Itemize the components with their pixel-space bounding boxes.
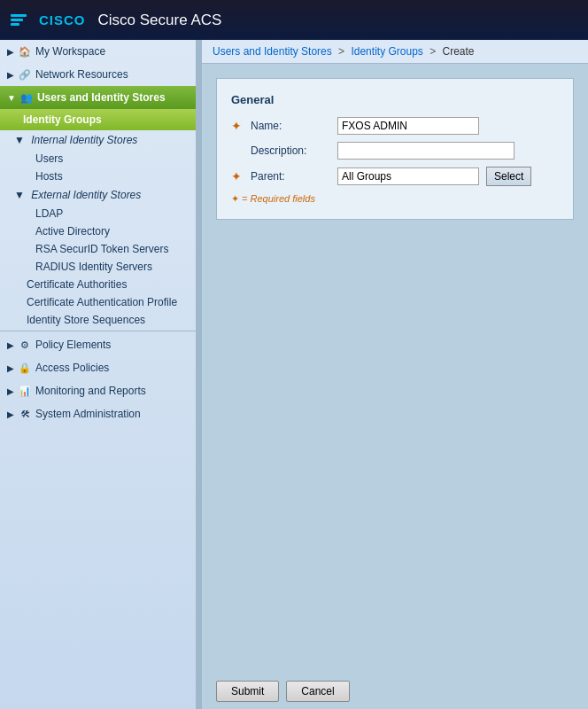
arrow-icon: ▶ [7, 363, 14, 373]
breadcrumb-create: Create [443, 45, 475, 58]
arrow-icon: ▶ [7, 47, 14, 57]
parent-label: Parent: [251, 170, 330, 183]
breadcrumb-sep-1: > [338, 45, 344, 58]
form-panel: General ✦ Name: ✦ Description: ✦ Parent: [216, 78, 574, 220]
sidebar-item-access-policies[interactable]: ▶ 🔒 Access Policies [0, 356, 196, 379]
name-label: Name: [251, 120, 330, 132]
users-icon: 👥 [19, 90, 34, 105]
parent-input[interactable] [337, 168, 479, 185]
breadcrumb-identity-groups[interactable]: Identity Groups [351, 45, 422, 58]
sidebar-item-policy-elements[interactable]: ▶ ⚙ Policy Elements [0, 333, 196, 356]
arrow-icon: ▶ [7, 409, 14, 419]
description-input[interactable] [337, 142, 514, 160]
main-content: Users and Identity Stores > Identity Gro… [202, 40, 588, 709]
description-row: ✦ Description: [231, 142, 559, 160]
required-star-note: ✦ [231, 193, 239, 204]
access-icon: 🔒 [18, 361, 32, 375]
breadcrumb-users-identity[interactable]: Users and Identity Stores [213, 45, 332, 58]
sidebar-item-certificate-auth-profile[interactable]: Certificate Authentication Profile [0, 293, 196, 311]
breadcrumb-sep-2: > [429, 45, 436, 58]
name-row: ✦ Name: [231, 117, 559, 135]
arrow-icon: ▶ [7, 386, 14, 396]
required-note: ✦ = Required fields [231, 193, 559, 205]
sidebar-item-ldap[interactable]: LDAP [0, 205, 196, 222]
policy-icon: ⚙ [18, 338, 32, 352]
description-label: Description: [251, 144, 330, 157]
sidebar-item-my-workspace[interactable]: ▶ 🏠 My Workspace [0, 40, 196, 63]
sidebar-item-rsa-securid[interactable]: RSA SecurID Token Servers [0, 240, 196, 258]
arrow-icon: ▶ [7, 340, 14, 350]
arrow-icon: ▶ [7, 70, 14, 80]
sidebar-item-radius[interactable]: RADIUS Identity Servers [0, 258, 196, 276]
app-header: CISCO Cisco Secure ACS [0, 0, 588, 40]
sidebar-item-identity-groups[interactable]: Identity Groups [0, 109, 196, 130]
sidebar-item-hosts[interactable]: Hosts [0, 168, 196, 185]
cancel-button[interactable]: Cancel [286, 681, 349, 702]
cisco-wordmark: CISCO [39, 12, 86, 27]
network-icon: 🔗 [18, 67, 32, 82]
required-note-text: = Required fields [242, 193, 315, 204]
breadcrumb: Users and Identity Stores > Identity Gro… [202, 40, 588, 64]
app-title: Cisco Secure ACS [98, 12, 222, 29]
sidebar-item-internal-identity-stores[interactable]: ▼ Internal Identity Stores [0, 130, 196, 150]
sidebar-item-users[interactable]: Users [0, 150, 196, 168]
monitoring-icon: 📊 [18, 384, 32, 398]
sidebar-item-external-identity-stores[interactable]: ▼ External Identity Stores [0, 185, 196, 205]
sidebar-item-monitoring[interactable]: ▶ 📊 Monitoring and Reports [0, 379, 196, 402]
admin-icon: 🛠 [18, 407, 32, 421]
submit-button[interactable]: Submit [216, 681, 279, 702]
arrow-icon: ▼ [7, 93, 16, 103]
parent-row: ✦ Parent: Select [231, 167, 559, 186]
footer-buttons: Submit Cancel [202, 674, 588, 709]
divider [0, 331, 196, 331]
sidebar-item-certificate-authorities[interactable]: Certificate Authorities [0, 276, 196, 293]
sidebar-item-network-resources[interactable]: ▶ 🔗 Network Resources [0, 63, 196, 86]
cisco-logo-icon [11, 14, 27, 26]
sidebar-item-users-identity[interactable]: ▼ 👥 Users and Identity Stores [0, 86, 196, 109]
sidebar-item-active-directory[interactable]: Active Directory [0, 222, 196, 240]
content-area: General ✦ Name: ✦ Description: ✦ Parent: [202, 64, 588, 674]
parent-required-star: ✦ [231, 169, 244, 183]
sidebar-item-system-admin[interactable]: ▶ 🛠 System Administration [0, 402, 196, 425]
workspace-icon: 🏠 [18, 44, 32, 58]
name-input[interactable] [337, 117, 479, 135]
form-section-title: General [231, 93, 559, 106]
sidebar: ▶ 🏠 My Workspace ▶ 🔗 Network Resources ▼… [0, 40, 197, 709]
select-button[interactable]: Select [486, 167, 531, 186]
name-required-star: ✦ [231, 119, 244, 133]
sidebar-item-identity-store-sequences[interactable]: Identity Store Sequences [0, 311, 196, 329]
